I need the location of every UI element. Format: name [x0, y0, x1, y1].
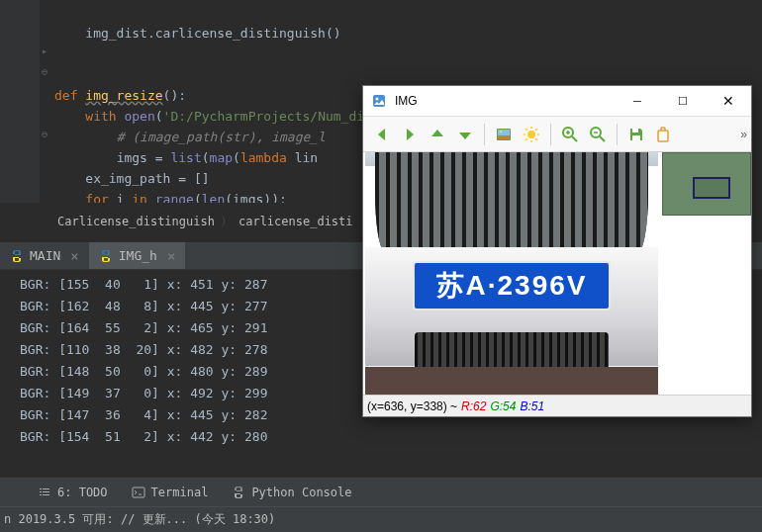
zoom-out-button[interactable]: [585, 122, 611, 147]
down-button[interactable]: [452, 122, 478, 147]
separator: [617, 124, 618, 145]
svg-line-12: [525, 129, 527, 131]
breadcrumb[interactable]: Carlicense_distinguish 〉 carlicense_dist…: [57, 210, 353, 233]
fn-name: img_resize: [85, 88, 162, 103]
separator: [550, 124, 551, 145]
window-buttons: ─ ☐ ✕: [615, 86, 751, 117]
todo-label: 6: TODO: [57, 486, 108, 499]
python-console-button[interactable]: Python Console: [232, 486, 351, 499]
tab-label: MAIN: [30, 248, 60, 263]
python-icon: [232, 486, 245, 499]
app-icon: [371, 93, 387, 109]
pyconsole-label: Python Console: [251, 486, 351, 499]
terminal-button[interactable]: Terminal: [132, 486, 209, 499]
bottom-toolbar: 6: TODO Terminal Python Console: [0, 477, 762, 506]
b-value: B:51: [520, 399, 544, 413]
svg-point-7: [527, 131, 535, 138]
terminal-icon: [132, 486, 145, 499]
copy-button[interactable]: [651, 122, 677, 147]
fold-icon[interactable]: ⊖: [42, 66, 53, 78]
close-icon[interactable]: ×: [70, 248, 78, 264]
todo-button[interactable]: 6: TODO: [38, 486, 108, 499]
gutter: [0, 0, 40, 203]
svg-line-21: [600, 136, 605, 141]
svg-rect-4: [498, 130, 510, 135]
coord-text: (x=636, y=338) ~: [367, 399, 457, 413]
svg-point-5: [500, 131, 502, 133]
svg-rect-0: [133, 488, 144, 497]
g-value: G:54: [490, 399, 516, 413]
titlebar[interactable]: IMG ─ ☐ ✕: [363, 86, 751, 117]
zoom-in-button[interactable]: [557, 122, 583, 147]
roi-panel: [662, 152, 751, 216]
expand-icon[interactable]: »: [740, 128, 747, 141]
fold-icon[interactable]: ▸: [42, 45, 53, 57]
roi-rect: [693, 177, 730, 199]
python-icon: [99, 249, 113, 263]
status-text: n 2019.3.5 可用: // 更新... (今天 18:30): [4, 511, 275, 528]
license-plate: 苏A·2396V: [413, 261, 611, 310]
list-icon: [38, 486, 51, 499]
breadcrumb-item[interactable]: Carlicense_distinguish: [57, 215, 215, 228]
tab-label: IMG_h: [119, 248, 157, 263]
home-forward-button[interactable]: [397, 122, 423, 147]
svg-rect-24: [632, 135, 640, 140]
terminal-label: Terminal: [151, 486, 209, 499]
svg-rect-25: [658, 131, 668, 141]
close-button[interactable]: ✕: [706, 86, 751, 117]
tab-img-h[interactable]: IMG_h ×: [89, 242, 186, 269]
svg-line-17: [572, 136, 577, 141]
status-bar: n 2019.3.5 可用: // 更新... (今天 18:30): [0, 506, 762, 532]
svg-rect-1: [373, 95, 385, 107]
img-toolbar: »: [363, 117, 751, 152]
window-title: IMG: [395, 94, 615, 108]
save-button[interactable]: [623, 122, 649, 147]
maximize-button[interactable]: ☐: [660, 86, 706, 117]
r-value: R:62: [461, 399, 486, 413]
separator: [484, 124, 485, 145]
python-icon: [10, 249, 24, 263]
kw-def: def: [54, 88, 77, 103]
img-status-bar: (x=636, y=338) ~ R:62 G:54 B:51: [363, 395, 751, 416]
img-window[interactable]: IMG ─ ☐ ✕ » 苏A·2396V: [362, 85, 752, 417]
close-icon[interactable]: ×: [167, 248, 175, 264]
image-icon-button[interactable]: [491, 122, 517, 147]
svg-rect-23: [632, 129, 638, 133]
svg-line-14: [525, 138, 527, 140]
breadcrumb-item[interactable]: carlicense_disti: [238, 215, 353, 228]
svg-line-15: [535, 129, 537, 131]
code-line: img_dist.carlicense_distinguish(): [54, 26, 341, 41]
sun-icon-button[interactable]: [519, 122, 544, 147]
fold-icon[interactable]: ⊖: [42, 129, 53, 140]
displayed-image: 苏A·2396V: [365, 152, 658, 395]
image-canvas[interactable]: 苏A·2396V: [363, 152, 751, 395]
svg-line-13: [535, 138, 537, 140]
svg-rect-6: [498, 135, 510, 139]
svg-point-2: [376, 98, 379, 101]
minimize-button[interactable]: ─: [615, 86, 660, 117]
home-back-button[interactable]: [369, 122, 395, 147]
chevron-right-icon: 〉: [221, 214, 233, 230]
tab-main[interactable]: MAIN ×: [0, 242, 89, 269]
up-button[interactable]: [425, 122, 450, 147]
